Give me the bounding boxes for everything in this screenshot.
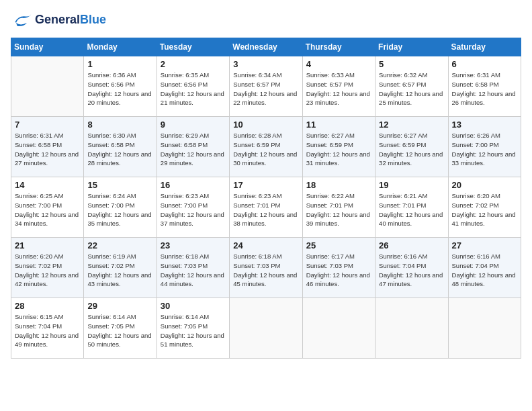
day-number: 24 (233, 240, 298, 250)
day-cell (448, 298, 521, 359)
day-cell (230, 298, 302, 359)
day-info: Sunrise: 6:32 AM Sunset: 6:57 PM Dayligh… (379, 71, 444, 107)
day-info: Sunrise: 6:27 AM Sunset: 6:59 PM Dayligh… (306, 131, 371, 168)
day-cell: 21Sunrise: 6:20 AM Sunset: 7:02 PM Dayli… (11, 238, 84, 298)
header-cell-wednesday: Wednesday (230, 38, 302, 56)
week-row: 28Sunrise: 6:15 AM Sunset: 7:04 PM Dayli… (11, 298, 521, 359)
day-cell: 4Sunrise: 6:33 AM Sunset: 6:57 PM Daylig… (302, 56, 375, 117)
day-number: 30 (161, 301, 226, 311)
day-info: Sunrise: 6:25 AM Sunset: 7:00 PM Dayligh… (15, 191, 80, 228)
day-info: Sunrise: 6:18 AM Sunset: 7:03 PM Dayligh… (233, 252, 298, 289)
day-info: Sunrise: 6:29 AM Sunset: 6:58 PM Dayligh… (161, 131, 226, 168)
day-number: 12 (379, 120, 444, 130)
day-cell: 10Sunrise: 6:28 AM Sunset: 6:59 PM Dayli… (230, 117, 302, 177)
day-cell: 24Sunrise: 6:18 AM Sunset: 7:03 PM Dayli… (230, 238, 302, 298)
day-number: 7 (15, 120, 80, 130)
day-info: Sunrise: 6:30 AM Sunset: 6:58 PM Dayligh… (87, 131, 152, 168)
day-info: Sunrise: 6:34 AM Sunset: 6:57 PM Dayligh… (233, 71, 298, 107)
day-cell: 5Sunrise: 6:32 AM Sunset: 6:57 PM Daylig… (375, 56, 448, 117)
day-number: 9 (161, 120, 226, 130)
day-number: 29 (87, 301, 152, 311)
day-number: 11 (306, 120, 371, 130)
day-number: 1 (87, 59, 152, 69)
day-info: Sunrise: 6:21 AM Sunset: 7:01 PM Dayligh… (379, 191, 444, 228)
day-info: Sunrise: 6:20 AM Sunset: 7:02 PM Dayligh… (15, 252, 80, 289)
day-cell: 29Sunrise: 6:14 AM Sunset: 7:05 PM Dayli… (84, 298, 157, 359)
day-number: 19 (379, 180, 444, 190)
day-info: Sunrise: 6:31 AM Sunset: 6:58 PM Dayligh… (15, 131, 80, 168)
day-number: 16 (161, 180, 226, 190)
day-cell: 13Sunrise: 6:26 AM Sunset: 7:00 PM Dayli… (448, 117, 521, 177)
day-info: Sunrise: 6:26 AM Sunset: 7:00 PM Dayligh… (452, 131, 517, 168)
day-cell (375, 298, 448, 359)
page-header: GeneralBlue (11, 11, 521, 30)
day-info: Sunrise: 6:31 AM Sunset: 6:58 PM Dayligh… (452, 71, 517, 107)
day-info: Sunrise: 6:28 AM Sunset: 6:59 PM Dayligh… (233, 131, 298, 168)
day-info: Sunrise: 6:27 AM Sunset: 6:59 PM Dayligh… (379, 131, 444, 168)
day-info: Sunrise: 6:24 AM Sunset: 7:00 PM Dayligh… (87, 191, 152, 228)
day-number: 15 (87, 180, 152, 190)
day-cell: 8Sunrise: 6:30 AM Sunset: 6:58 PM Daylig… (84, 117, 157, 177)
day-number: 20 (452, 180, 517, 190)
logo: GeneralBlue (11, 11, 106, 30)
header-cell-friday: Friday (375, 38, 448, 56)
day-cell: 17Sunrise: 6:23 AM Sunset: 7:01 PM Dayli… (230, 177, 302, 238)
day-info: Sunrise: 6:16 AM Sunset: 7:04 PM Dayligh… (379, 252, 444, 289)
day-number: 26 (379, 240, 444, 250)
header-row: SundayMondayTuesdayWednesdayThursdayFrid… (11, 38, 521, 56)
day-cell: 23Sunrise: 6:18 AM Sunset: 7:03 PM Dayli… (157, 238, 229, 298)
day-number: 27 (452, 240, 517, 250)
day-info: Sunrise: 6:35 AM Sunset: 6:56 PM Dayligh… (161, 71, 226, 107)
day-cell: 7Sunrise: 6:31 AM Sunset: 6:58 PM Daylig… (11, 117, 84, 177)
day-cell: 15Sunrise: 6:24 AM Sunset: 7:00 PM Dayli… (84, 177, 157, 238)
day-info: Sunrise: 6:14 AM Sunset: 7:05 PM Dayligh… (161, 312, 226, 349)
header-cell-thursday: Thursday (302, 38, 375, 56)
day-cell: 30Sunrise: 6:14 AM Sunset: 7:05 PM Dayli… (157, 298, 229, 359)
week-row: 21Sunrise: 6:20 AM Sunset: 7:02 PM Dayli… (11, 238, 521, 298)
day-cell: 25Sunrise: 6:17 AM Sunset: 7:03 PM Dayli… (302, 238, 375, 298)
header-cell-monday: Monday (84, 38, 157, 56)
day-cell: 11Sunrise: 6:27 AM Sunset: 6:59 PM Dayli… (302, 117, 375, 177)
day-info: Sunrise: 6:19 AM Sunset: 7:02 PM Dayligh… (87, 252, 152, 289)
day-number: 23 (161, 240, 226, 250)
day-number: 22 (87, 240, 152, 250)
day-cell: 16Sunrise: 6:23 AM Sunset: 7:00 PM Dayli… (157, 177, 229, 238)
day-info: Sunrise: 6:36 AM Sunset: 6:56 PM Dayligh… (87, 71, 152, 107)
day-cell (11, 56, 84, 117)
day-info: Sunrise: 6:16 AM Sunset: 7:04 PM Dayligh… (452, 252, 517, 289)
day-number: 3 (233, 59, 298, 69)
day-info: Sunrise: 6:18 AM Sunset: 7:03 PM Dayligh… (161, 252, 226, 289)
header-cell-tuesday: Tuesday (157, 38, 229, 56)
day-cell: 1Sunrise: 6:36 AM Sunset: 6:56 PM Daylig… (84, 56, 157, 117)
day-number: 14 (15, 180, 80, 190)
day-number: 25 (306, 240, 371, 250)
day-cell: 20Sunrise: 6:20 AM Sunset: 7:02 PM Dayli… (448, 177, 521, 238)
day-cell: 14Sunrise: 6:25 AM Sunset: 7:00 PM Dayli… (11, 177, 84, 238)
day-number: 8 (87, 120, 152, 130)
day-cell: 18Sunrise: 6:22 AM Sunset: 7:01 PM Dayli… (302, 177, 375, 238)
week-row: 1Sunrise: 6:36 AM Sunset: 6:56 PM Daylig… (11, 56, 521, 117)
day-cell: 28Sunrise: 6:15 AM Sunset: 7:04 PM Dayli… (11, 298, 84, 359)
day-number: 4 (306, 59, 371, 69)
day-cell: 2Sunrise: 6:35 AM Sunset: 6:56 PM Daylig… (157, 56, 229, 117)
calendar-table: SundayMondayTuesdayWednesdayThursdayFrid… (11, 38, 521, 359)
day-cell: 9Sunrise: 6:29 AM Sunset: 6:58 PM Daylig… (157, 117, 229, 177)
day-number: 2 (161, 59, 226, 69)
day-cell: 12Sunrise: 6:27 AM Sunset: 6:59 PM Dayli… (375, 117, 448, 177)
logo-icon (11, 11, 32, 30)
day-cell: 6Sunrise: 6:31 AM Sunset: 6:58 PM Daylig… (448, 56, 521, 117)
day-info: Sunrise: 6:20 AM Sunset: 7:02 PM Dayligh… (452, 191, 517, 228)
day-info: Sunrise: 6:14 AM Sunset: 7:05 PM Dayligh… (87, 312, 152, 349)
day-number: 5 (379, 59, 444, 69)
header-cell-saturday: Saturday (448, 38, 521, 56)
week-row: 14Sunrise: 6:25 AM Sunset: 7:00 PM Dayli… (11, 177, 521, 238)
day-info: Sunrise: 6:33 AM Sunset: 6:57 PM Dayligh… (306, 71, 371, 107)
day-info: Sunrise: 6:22 AM Sunset: 7:01 PM Dayligh… (306, 191, 371, 228)
day-number: 28 (15, 301, 80, 311)
day-number: 17 (233, 180, 298, 190)
day-number: 6 (452, 59, 517, 69)
day-number: 13 (452, 120, 517, 130)
day-cell: 3Sunrise: 6:34 AM Sunset: 6:57 PM Daylig… (230, 56, 302, 117)
day-number: 10 (233, 120, 298, 130)
day-number: 21 (15, 240, 80, 250)
